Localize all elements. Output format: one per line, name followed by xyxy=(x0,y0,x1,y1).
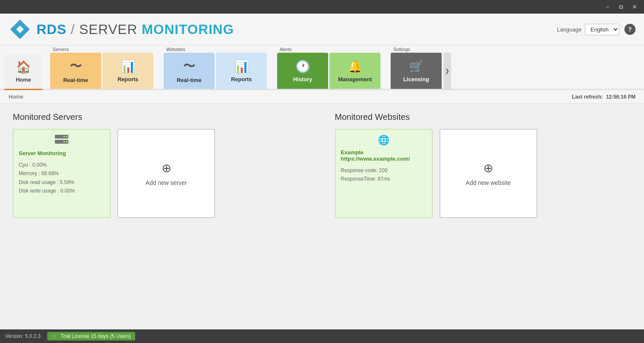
monitored-websites-section: Monitored Websites 🌐 Example https://www… xyxy=(335,112,632,231)
tab-websites-realtime[interactable]: 〜 Real-time xyxy=(164,53,215,89)
management-icon: 🔔 xyxy=(348,60,363,74)
alerts-group-label: Alerts xyxy=(277,46,294,53)
last-refresh: Last refresh: 12:56:16 PM xyxy=(570,94,635,100)
title-bar: − ⧉ ✕ xyxy=(0,0,644,14)
add-website-card[interactable]: ⊕ Add new website xyxy=(440,129,537,218)
tab-servers-reports[interactable]: 📊 Reports xyxy=(102,53,153,89)
close-button[interactable]: ✕ xyxy=(629,2,641,11)
tab-alerts-history[interactable]: 🕐 History xyxy=(277,53,328,89)
server-card[interactable]: Server Monitoring Cpu : 0.00% Memory : 6… xyxy=(13,129,111,218)
websites-reports-icon: 📊 xyxy=(234,60,249,74)
svg-point-8 xyxy=(63,141,65,143)
minimize-button[interactable]: − xyxy=(601,2,613,11)
svg-point-7 xyxy=(66,141,68,143)
version-label: Version: 5.0.2.3 xyxy=(5,333,40,339)
home-icon: 🏠 xyxy=(16,60,31,74)
server-card-name: Server Monitoring xyxy=(19,150,105,156)
website-card-name: Example https://www.example.com/ xyxy=(341,149,427,162)
website-card-stats: Response code: 200 ResponseTime: 87ms xyxy=(341,166,427,184)
add-server-card[interactable]: ⊕ Add new server xyxy=(117,129,215,218)
tab-servers-realtime[interactable]: 〜 Real-time xyxy=(50,53,101,89)
status-bar: Version: 5.0.2.3 🛒 Trial License 15 days… xyxy=(0,329,644,343)
tab-alerts-management[interactable]: 🔔 Management xyxy=(329,53,380,89)
help-button[interactable]: ? xyxy=(624,24,635,35)
servers-cards-row: Server Monitoring Cpu : 0.00% Memory : 6… xyxy=(13,129,309,218)
servers-realtime-icon: 〜 xyxy=(70,58,82,74)
svg-point-6 xyxy=(63,136,65,138)
websites-cards-row: 🌐 Example https://www.example.com/ Respo… xyxy=(335,129,632,218)
nav-group-websites: Websites 〜 Real-time 📊 Reports xyxy=(164,46,267,89)
monitored-servers-title: Monitored Servers xyxy=(13,112,309,122)
refresh-time: 12:56:16 PM xyxy=(606,94,635,100)
monitored-servers-section: Monitored Servers xyxy=(13,112,309,231)
website-response-code: Response code: 200 xyxy=(341,166,427,175)
nav-group-servers: Servers 〜 Real-time 📊 Reports xyxy=(50,46,153,89)
licensing-icon: 🛒 xyxy=(409,60,424,74)
nav-group-alerts: Alerts 🕐 History 🔔 Management xyxy=(277,46,380,89)
language-select[interactable]: English xyxy=(585,24,619,35)
breadcrumb: Home xyxy=(9,94,23,100)
website-card[interactable]: 🌐 Example https://www.example.com/ Respo… xyxy=(335,129,433,218)
add-server-icon: ⊕ xyxy=(162,161,171,175)
logo-slash: / xyxy=(67,22,79,37)
server-disk-read: Disk read usage : 5.59% xyxy=(19,178,105,187)
add-website-label: Add new website xyxy=(466,179,511,186)
add-server-label: Add new server xyxy=(145,179,187,186)
restore-button[interactable]: ⧉ xyxy=(615,2,627,11)
logo-diamond-icon xyxy=(9,18,31,41)
server-disk-write: Disk write usage : 0.00% xyxy=(19,187,105,195)
history-icon: 🕐 xyxy=(295,60,310,74)
server-card-stats: Cpu : 0.00% Memory : 68.68% Disk read us… xyxy=(19,161,105,196)
websites-group-label: Websites xyxy=(164,46,188,53)
header: RDS / SERVER MONITORING Language English… xyxy=(0,14,644,45)
trial-label: Trial License 15 days (5 Users) xyxy=(60,333,131,339)
breadcrumb-bar: Home Last refresh: 12:56:16 PM xyxy=(0,90,644,104)
servers-reports-icon: 📊 xyxy=(121,60,136,74)
logo-monitoring: MONITORING xyxy=(137,22,234,37)
content-area: Home Last refresh: 12:56:16 PM Monitored… xyxy=(0,90,644,329)
logo-rds: RDS xyxy=(37,22,67,37)
tab-settings-licensing[interactable]: 🛒 Licensing xyxy=(391,53,442,89)
language-label: Language xyxy=(557,26,582,33)
server-icon xyxy=(19,135,105,147)
tab-home[interactable]: 🏠 Home xyxy=(4,54,43,90)
language-area: Language English xyxy=(557,24,619,35)
nav-group-settings: Settings 🛒 Licensing xyxy=(391,46,442,89)
server-memory: Memory : 68.68% xyxy=(19,169,105,178)
add-website-icon: ⊕ xyxy=(483,161,493,175)
website-icon: 🌐 xyxy=(341,135,427,146)
tab-websites-reports[interactable]: 📊 Reports xyxy=(216,53,267,89)
two-sections: Monitored Servers xyxy=(13,112,631,231)
settings-group-label: Settings xyxy=(391,46,413,53)
trial-badge: 🛒 Trial License 15 days (5 Users) xyxy=(47,332,135,340)
monitored-websites-title: Monitored Websites xyxy=(335,112,632,122)
logo-server: SERVER xyxy=(79,22,137,37)
nav-area: 🏠 Home Servers 〜 Real-time 📊 Reports Web… xyxy=(0,45,644,90)
nav-scroll-right-button[interactable]: ❯ xyxy=(443,53,451,89)
logo-area: RDS / SERVER MONITORING xyxy=(9,18,234,41)
trial-icon: 🛒 xyxy=(51,333,58,339)
websites-realtime-icon: 〜 xyxy=(183,58,195,74)
server-cpu: Cpu : 0.00% xyxy=(19,161,105,169)
logo-text: RDS / SERVER MONITORING xyxy=(37,22,234,37)
website-response-time: ResponseTime: 87ms xyxy=(341,175,427,183)
servers-group-label: Servers xyxy=(50,46,71,53)
main-content: Monitored Servers xyxy=(0,104,644,239)
home-label: Home xyxy=(16,77,31,83)
svg-point-5 xyxy=(66,136,68,138)
